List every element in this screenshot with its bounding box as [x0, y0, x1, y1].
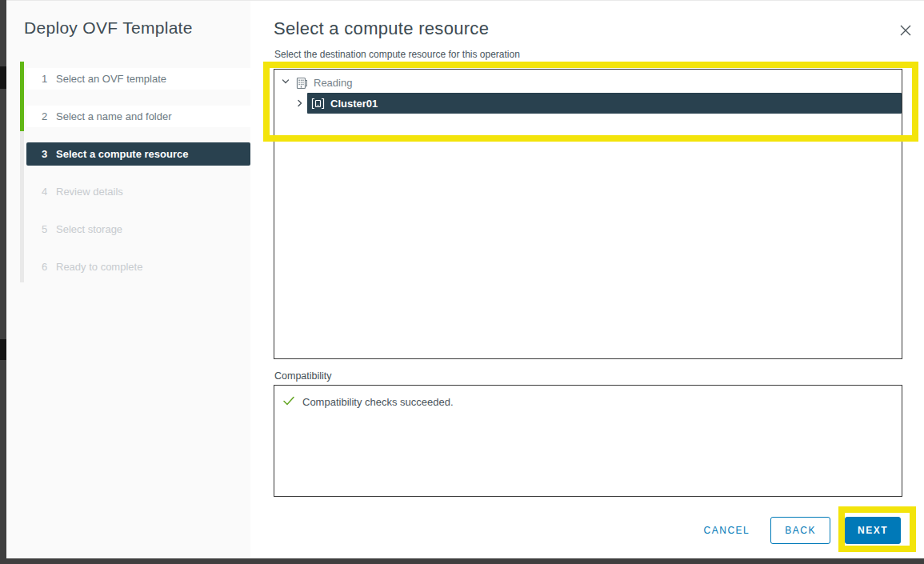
close-icon [898, 28, 913, 40]
tree-item-datacenter[interactable]: Reading [274, 73, 902, 93]
tree-item-cluster-row[interactable]: Cluster01 [274, 93, 902, 114]
wizard-step-review-details: 4 Review details [26, 181, 250, 202]
wizard-footer: CANCEL BACK NEXT [704, 517, 901, 544]
check-icon [282, 395, 295, 409]
cancel-button[interactable]: CANCEL [704, 525, 750, 536]
backdrop [0, 66, 6, 89]
wizard-step-select-ovf-template[interactable]: 1 Select an OVF template [26, 68, 250, 90]
wizard-step-select-compute-resource[interactable]: 3 Select a compute resource [26, 142, 250, 166]
wizard-title: Deploy OVF Template [24, 18, 193, 38]
compatibility-panel: Compatibility checks succeeded. [274, 385, 902, 497]
backdrop [0, 339, 6, 360]
chevron-right-icon[interactable] [295, 98, 305, 108]
close-button[interactable] [896, 22, 915, 41]
step-label: Select an OVF template [56, 73, 166, 85]
wizard-step-select-name-folder[interactable]: 2 Select a name and folder [26, 106, 250, 127]
tree-item-label: Reading [314, 77, 352, 89]
step-number: 5 [42, 223, 56, 235]
tree-item-label: Cluster01 [330, 98, 378, 110]
step-number: 3 [42, 148, 56, 160]
step-label: Select a compute resource [56, 148, 188, 160]
step-number: 2 [42, 110, 56, 122]
wizard-step-select-storage: 5 Select storage [26, 218, 250, 240]
step-label: Select storage [56, 223, 122, 235]
page-subtitle: Select the destination compute resource … [274, 49, 520, 60]
progress-bar-completed [20, 62, 24, 131]
datacenter-icon [296, 77, 308, 90]
compatibility-message: Compatibility checks succeeded. [302, 396, 454, 408]
step-number: 4 [42, 186, 56, 198]
compatibility-label: Compatibility [274, 370, 332, 382]
wizard-sidebar: Deploy OVF Template 1 Select an OVF temp… [6, 1, 250, 558]
wizard-step-ready-to-complete: 6 Ready to complete [26, 256, 250, 278]
chevron-down-icon[interactable] [281, 77, 290, 89]
next-button[interactable]: NEXT [845, 517, 901, 544]
page-title: Select a compute resource [274, 18, 489, 39]
compute-resource-tree: Reading [274, 69, 902, 359]
step-label: Select a name and folder [56, 110, 172, 122]
step-number: 6 [42, 261, 56, 273]
deploy-ovf-dialog: Deploy OVF Template 1 Select an OVF temp… [6, 0, 924, 558]
cluster-icon [311, 98, 325, 110]
step-number: 1 [42, 73, 56, 85]
step-label: Ready to complete [56, 261, 142, 273]
wizard-content-panel: Select a compute resource Select the des… [250, 1, 924, 558]
back-button[interactable]: BACK [770, 517, 830, 544]
compatibility-message-row: Compatibility checks succeeded. [282, 395, 902, 409]
step-label: Review details [56, 186, 123, 198]
tree-item-cluster-selected[interactable]: Cluster01 [307, 93, 902, 114]
progress-bar-remaining [20, 131, 24, 282]
